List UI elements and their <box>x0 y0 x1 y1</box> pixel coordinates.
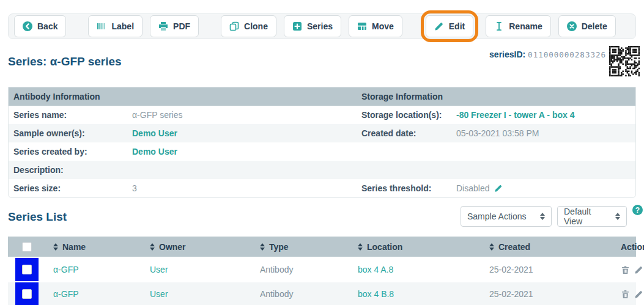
table-grid-icon <box>357 21 367 31</box>
field-label: Series created by: <box>9 147 127 156</box>
edit-row-pencil-icon[interactable] <box>634 265 643 274</box>
row-checkbox[interactable] <box>22 265 32 274</box>
trash-icon[interactable] <box>621 290 630 299</box>
sample-name-link[interactable]: α-GFP <box>53 265 79 274</box>
copy-icon <box>229 21 239 31</box>
column-header-name[interactable]: Name <box>46 242 142 252</box>
button-label: Edit <box>449 21 465 31</box>
select-all-checkbox[interactable] <box>22 242 32 252</box>
dropdown-value: Default View <box>564 207 610 226</box>
rename-button[interactable]: Rename <box>486 15 550 37</box>
printer-icon <box>158 21 168 31</box>
field-label: Series name: <box>9 110 127 120</box>
column-header-location[interactable]: Location <box>350 242 482 252</box>
column-label: Action <box>621 242 644 252</box>
series-list-table: Name Owner Type Location Created Action … <box>8 237 636 305</box>
series-name-value: α-GFP series <box>127 110 357 120</box>
sample-actions-dropdown[interactable]: Sample Actions <box>461 206 552 227</box>
button-label: PDF <box>173 21 190 31</box>
field-label: Storage location(s): <box>357 110 451 120</box>
sort-icon <box>358 243 363 251</box>
help-icon[interactable]: ? <box>632 205 643 215</box>
column-header-owner[interactable]: Owner <box>142 242 253 252</box>
barcode-icon <box>97 21 106 31</box>
back-circle-icon <box>23 21 32 31</box>
field-label: Sample owner(s): <box>9 128 127 138</box>
location-link[interactable]: box 4 A.8 <box>358 265 393 274</box>
sample-name-link[interactable]: α-GFP <box>53 289 79 299</box>
label-button[interactable]: Label <box>88 15 142 37</box>
info-row: Series name: α-GFP series Storage locati… <box>9 106 635 124</box>
storage-location-link[interactable]: -80 Freezer I - tower A - box 4 <box>456 110 574 120</box>
series-threshold-value: Disabled <box>456 183 489 193</box>
created-cell: 25-02-2021 <box>482 289 613 299</box>
info-panel: Antibody Information Storage Information… <box>8 87 636 198</box>
antibody-information-title: Antibody Information <box>9 92 357 101</box>
plus-square-icon <box>292 21 302 31</box>
button-label: Label <box>111 21 134 31</box>
created-cell: 25-02-2021 <box>482 265 613 274</box>
column-label: Owner <box>159 242 186 252</box>
info-row: Sample owner(s): Demo User Created date:… <box>9 124 635 142</box>
row-checkbox[interactable] <box>22 289 32 299</box>
series-button[interactable]: Series <box>284 15 341 37</box>
table-header-row: Name Owner Type Location Created Action <box>8 237 636 257</box>
dropdown-arrows-icon <box>615 213 620 220</box>
table-row: α-GFP User Antibody box 4 A.8 25-02-2021 <box>8 257 636 281</box>
edit-threshold-pencil-icon[interactable] <box>494 184 503 193</box>
pencil-icon <box>434 21 444 31</box>
column-header-type[interactable]: Type <box>253 242 350 252</box>
info-row: Series size: 3 Series threshold: Disable… <box>9 179 635 197</box>
sort-icon <box>53 243 58 251</box>
move-button[interactable]: Move <box>349 15 402 37</box>
field-label: Series threshold: <box>357 183 451 193</box>
type-cell: Antibody <box>253 265 350 274</box>
checkbox-highlight-annotation <box>15 258 39 281</box>
column-label: Name <box>62 242 86 252</box>
dropdown-arrows-icon <box>540 213 545 220</box>
series-id: seriesID: 011000000283326 <box>489 50 606 59</box>
info-row: Series created by: Demo User <box>9 142 635 161</box>
info-row: Description: <box>9 161 635 179</box>
edit-button[interactable]: Edit <box>426 15 473 37</box>
series-id-label: seriesID: <box>489 50 525 59</box>
storage-information-title: Storage Information <box>357 92 635 101</box>
column-label: Created <box>498 242 530 252</box>
dropdown-value: Sample Actions <box>467 211 527 221</box>
trash-icon[interactable] <box>621 265 630 274</box>
pdf-button[interactable]: PDF <box>150 15 199 37</box>
x-circle-icon <box>567 21 577 31</box>
back-button[interactable]: Back <box>14 15 66 37</box>
button-label: Clone <box>244 21 268 31</box>
view-dropdown[interactable]: Default View <box>557 206 627 227</box>
sample-owner-link[interactable]: Demo User <box>132 128 177 138</box>
field-label: Description: <box>9 165 127 175</box>
owner-link[interactable]: User <box>150 289 168 299</box>
series-id-value: 011000000283326 <box>528 50 606 59</box>
text-cursor-icon <box>494 21 504 31</box>
column-header-created[interactable]: Created <box>482 242 613 252</box>
column-header-action: Action <box>613 242 644 252</box>
sort-icon <box>150 243 155 251</box>
button-label: Back <box>37 21 57 31</box>
type-cell: Antibody <box>253 289 350 299</box>
series-list-title: Series List <box>8 210 67 224</box>
table-row: α-GFP User Antibody box 4 B.8 25-02-2021 <box>8 281 636 305</box>
location-link[interactable]: box 4 B.8 <box>358 289 394 299</box>
series-list-controls: Sample Actions Default View ? <box>461 206 643 227</box>
field-label: Series size: <box>9 183 127 193</box>
series-size-value: 3 <box>127 183 357 193</box>
button-label: Rename <box>509 21 542 31</box>
checkbox-highlight-annotation <box>15 282 39 305</box>
owner-link[interactable]: User <box>150 265 168 274</box>
clone-button[interactable]: Clone <box>221 15 276 37</box>
toolbar: Back Label PDF Clone Series Move <box>8 13 636 39</box>
qr-code <box>609 46 640 76</box>
field-label: Created date: <box>357 128 451 138</box>
series-created-by-link[interactable]: Demo User <box>132 147 177 156</box>
button-label: Move <box>372 21 394 31</box>
sort-icon <box>489 243 494 251</box>
edit-row-pencil-icon[interactable] <box>634 290 643 299</box>
sort-icon <box>260 243 265 251</box>
delete-button[interactable]: Delete <box>558 15 616 37</box>
